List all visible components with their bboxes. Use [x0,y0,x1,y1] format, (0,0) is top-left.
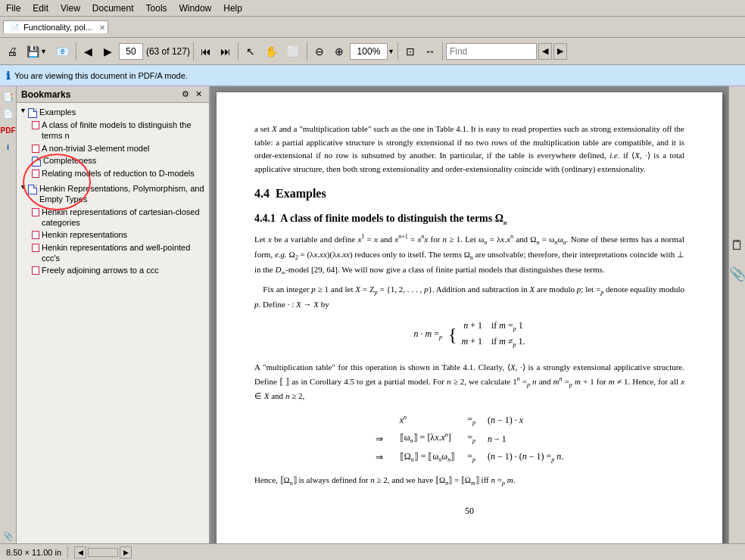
bookmarks-options-button[interactable]: ⚙ [179,89,192,100]
hand-tool-button[interactable]: ✋ [261,41,282,62]
sidebar-icon-bookmarks[interactable]: 📑 [1,89,16,104]
bookmark-label-freely: Freely adjoining arrows to a ccc [42,265,206,275]
expand-arrow-examples[interactable]: ▼ [20,107,26,116]
sidebar-icon-info[interactable]: i [1,139,16,154]
bookmark-label-completeness: Completeness [43,155,206,166]
zoom-in-button[interactable]: ⊕ [330,41,348,62]
expand-arrow-henkin[interactable]: ▼ [20,183,26,192]
zoom-out-button[interactable]: ⊖ [310,41,329,62]
title-bar: 📄 Functionality, pol... ✕ [0,17,745,38]
info-message: You are viewing this document in PDF/A m… [14,71,188,80]
sidebar-icon-attachment[interactable]: 📎 [1,528,16,543]
bookmark-nontrivial[interactable]: A non-trivial 3-element model [29,142,209,154]
bookmark-label-class-finite: A class of finite models to distinguish … [42,120,206,142]
bookmark-label-examples: Examples [39,107,206,117]
tab-label: Functionality, pol... [23,23,92,32]
bookmarks-content[interactable]: ▼ Examples A class of finite models to d… [17,103,209,543]
menu-window[interactable]: Window [173,2,218,15]
bookmark-icon-henkin [28,185,37,194]
menu-tools[interactable]: Tools [140,2,173,15]
menu-view[interactable]: View [55,2,86,15]
bookmark-label-henkin-well: Henkin representations and well-pointed … [42,242,206,264]
bookmark-icon-completeness [32,157,41,166]
bookmark-henkin[interactable]: ▼ Henkin Representations, Polymorphism, … [17,182,209,206]
sidebar-icon-pages[interactable]: 📄 [1,106,16,121]
find-next-button[interactable]: ▶ [553,43,567,60]
find-input[interactable] [446,43,537,60]
toolbar-separator-5 [397,42,398,61]
bookmark-freely[interactable]: Freely adjoining arrows to a ccc [29,264,209,276]
bookmark-examples[interactable]: ▼ Examples [17,106,209,119]
bookmark-icon-henkin-well [32,244,39,252]
fit-width-button[interactable]: ↔ [421,41,439,62]
pdf-body-1: Let x be a variable and define x1 = x an… [254,232,684,278]
scroll-track[interactable] [88,548,118,557]
bookmark-completeness[interactable]: Completeness [29,154,209,167]
print-button[interactable]: 🖨 [3,41,21,62]
sticky-note-icon[interactable]: 🗒 [731,238,744,254]
zoom-input[interactable] [350,43,388,60]
paperclip-icon[interactable]: 📎 [729,266,746,282]
zoom-select-button[interactable]: ⬜ [283,41,304,62]
page-total: (63 of 127) [146,46,190,57]
menu-help[interactable]: Help [217,2,248,15]
bookmark-henkin-cart[interactable]: Henkin representations of cartesian-clos… [29,206,209,229]
pdf-continuation-text: a set X and a "multiplication table" suc… [254,123,684,176]
pdf-subsection-title: 4.4.1 A class of finite models to distin… [254,210,684,228]
bookmark-icon-relating [32,170,39,178]
last-page-button[interactable]: ⏭ [217,41,235,62]
pdf-body-4: Hence, ⟦Ωn⟧ is always defined for n ≥ 2,… [254,474,684,489]
bookmark-children-examples: A class of finite models to distinguish … [17,119,209,179]
menu-file[interactable]: File [0,2,26,15]
prev-page-button[interactable]: ◀ [79,41,98,62]
first-page-button[interactable]: ⏮ [197,41,215,62]
info-bar: ℹ You are viewing this document in PDF/A… [0,65,745,86]
page-number-input[interactable] [119,43,143,60]
toolbar-separator-6 [442,42,443,61]
bookmark-class-finite[interactable]: A class of finite models to distinguish … [29,119,209,142]
pdf-area: a set X and a "multiplication table" suc… [210,86,728,543]
panel-controls: ⚙ ✕ [179,89,204,100]
info-icon: ℹ [6,70,10,82]
pdf-scroll[interactable]: a set X and a "multiplication table" suc… [210,86,728,543]
status-bar: 8.50 × 11.00 in ◀ ▶ [0,543,745,560]
bookmark-henkin-rep2[interactable]: Henkin representations [29,229,209,241]
scroll-right-button[interactable]: ▶ [120,546,132,558]
zoom-level-control[interactable]: ▼ [350,43,394,60]
bookmark-label-henkin-cart: Henkin representations of cartesian-clos… [42,207,206,229]
sidebar-icon-pdf[interactable]: PDF [1,123,16,138]
menu-edit[interactable]: Edit [26,2,55,15]
pdf-page: a set X and a "multiplication table" suc… [217,92,722,543]
right-panel-icons: 🗒 📎 [728,86,745,543]
pdf-section-title: 4.4 Examples [254,185,684,203]
pdf-body-2: Fix an integer p ≥ 1 and let X = Zp = {1… [254,283,684,312]
save-dropdown[interactable]: 💾▼ [23,41,51,62]
document-tab[interactable]: 📄 Functionality, pol... ✕ [3,20,108,33]
find-prev-button[interactable]: ◀ [538,43,552,60]
bookmarks-title: Bookmarks [21,89,70,100]
zoom-dropdown-arrow[interactable]: ▼ [388,48,394,55]
bookmark-henkin-well[interactable]: Henkin representations and well-pointed … [29,241,209,265]
select-tool-button[interactable]: ↖ [242,41,260,62]
menu-document[interactable]: Document [86,2,140,15]
bookmark-icon-henkin-rep2 [32,231,39,239]
bookmark-icon-henkin-cart [32,208,39,216]
main-area: 📑 📄 PDF i 📎 Bookmarks ⚙ ✕ ▼ Examples [0,86,745,543]
pdf-formula-1: n · m =p { n + 1 if m =p 1 m + 1 if m ≠p… [254,319,684,353]
fit-page-button[interactable]: ⊡ [401,41,419,62]
bookmark-relating[interactable]: Relating models of reduction to D-models [29,167,209,179]
next-page-button[interactable]: ▶ [99,41,117,62]
toolbar-separator-2 [193,42,194,61]
tab-close-button[interactable]: ✕ [99,23,105,32]
toolbar-separator-4 [307,42,307,61]
bookmark-label-nontrivial: A non-trivial 3-element model [42,143,206,154]
bookmark-label-henkin: Henkin Representations, Polymorphism, an… [39,183,206,205]
pdf-body-3: A "multiplication table" for this operat… [254,361,684,403]
email-button[interactable]: 📧 [52,41,73,62]
scroll-navigation: ◀ ▶ [74,546,132,558]
bookmarks-close-button[interactable]: ✕ [193,89,204,100]
scroll-left-button[interactable]: ◀ [74,546,86,558]
menu-bar: File Edit View Document Tools Window Hel… [0,0,745,17]
bookmark-label-relating: Relating models of reduction to D-models [42,168,206,179]
pdf-formula-2: xn =p (n − 1) · x ⇒ ⟦ωn⟧ = [λx.xn] =p n … [254,411,684,466]
